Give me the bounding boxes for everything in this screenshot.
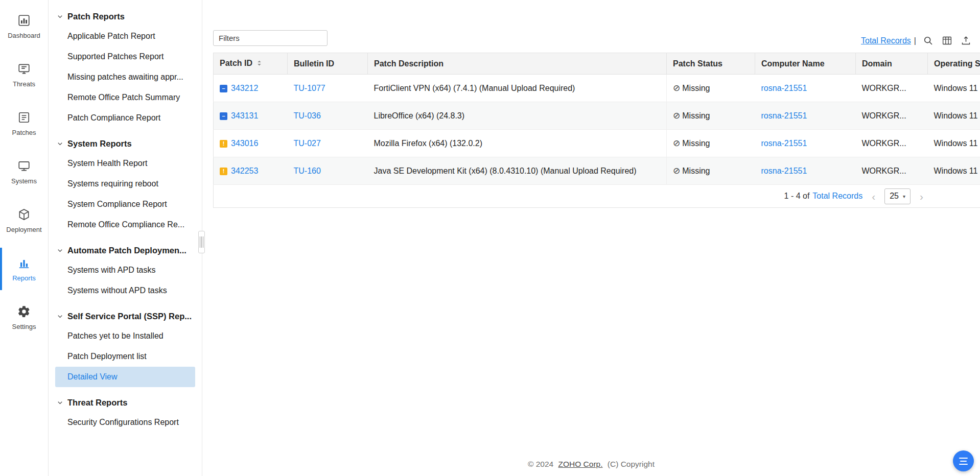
main-content: Total Records | Patch IDBulletin IDPatch… (202, 0, 980, 476)
column-header[interactable]: Patch ID (214, 53, 288, 75)
pagination-total-records-link[interactable]: Total Records (812, 192, 862, 201)
column-header-label: Patch Status (673, 59, 722, 68)
nav-rail-item-patches[interactable]: Patches (0, 99, 48, 148)
sidebar-item[interactable]: Detailed View (55, 367, 195, 387)
nav-rail-item-settings[interactable]: Settings (0, 293, 48, 342)
table-row: !343016TU-027Mozilla Firefox (x64) (132.… (214, 130, 980, 157)
sidebar-item[interactable]: Patch Deployment list (49, 346, 202, 367)
nav-rail-item-label: Patches (12, 129, 36, 136)
reports-sidebar: Patch ReportsApplicable Patch ReportSupp… (49, 0, 202, 476)
sidebar-item[interactable]: Systems with APD tasks (49, 260, 202, 280)
nav-rail-item-label: Threats (13, 80, 35, 88)
chevron-down-icon (56, 140, 64, 148)
patch-id-link[interactable]: 342253 (231, 166, 258, 175)
computer-name-link[interactable]: rosna-21551 (761, 139, 807, 148)
column-header[interactable]: Patch Status (667, 53, 755, 75)
patch-description-cell: Mozilla Firefox (x64) (132.0.2) (368, 130, 667, 157)
sidebar-item[interactable]: Supported Patches Report (49, 46, 202, 67)
nav-rail: DashboardThreatsPatchesSystemsDeployment… (0, 0, 49, 476)
sidebar-item[interactable]: Remote Office Compliance Re... (49, 215, 202, 235)
sidebar-item[interactable]: Security Configurations Report (49, 412, 202, 433)
sidebar-item[interactable]: System Health Report (49, 153, 202, 174)
column-header[interactable]: Operating System (928, 53, 980, 75)
sort-icon[interactable] (255, 59, 263, 69)
table-pagination: 1 - 4 of Total Records ‹ 25 ▾ › (213, 185, 980, 208)
sidebar-section-title: Threat Reports (67, 398, 127, 408)
column-header[interactable]: Bulletin ID (288, 53, 368, 75)
pagination-prev-icon[interactable]: ‹ (871, 191, 876, 202)
computer-name-link[interactable]: rosna-21551 (761, 111, 807, 120)
menu-icon (959, 458, 968, 459)
floating-menu-button[interactable] (953, 450, 974, 471)
patch-id-cell: !343016 (214, 130, 288, 157)
filters-input[interactable] (213, 30, 328, 46)
bulletin-id-link[interactable]: TU-036 (294, 111, 321, 120)
zoho-corp-link[interactable]: ZOHO Corp. (558, 460, 603, 468)
sidebar-item[interactable]: System Compliance Report (49, 194, 202, 215)
patch-description-cell: FortiClient VPN (x64) (7.4.1) (Manual Up… (368, 75, 667, 102)
sidebar-item[interactable]: Systems requiring reboot (49, 174, 202, 194)
search-icon[interactable] (923, 35, 934, 46)
sidebar-section-header[interactable]: Threat Reports (49, 393, 202, 412)
column-header[interactable]: Computer Name (755, 53, 856, 75)
table-row: –343131TU-036LibreOffice (x64) (24.8.3)⊘… (214, 102, 980, 130)
table-area: Patch IDBulletin IDPatch DescriptionPatc… (213, 53, 980, 208)
operating-system-cell: Windows 11 Profess... (928, 102, 980, 130)
pagination-next-icon[interactable]: › (919, 191, 924, 202)
missing-status-icon: ⊘ (673, 111, 680, 121)
total-records-link[interactable]: Total Records (861, 36, 911, 45)
toolbar-separator: | (914, 36, 916, 45)
nav-rail-item-threats[interactable]: Threats (0, 51, 48, 99)
bulletin-id-link[interactable]: TU-1077 (294, 84, 325, 92)
bulletin-id-link[interactable]: TU-027 (294, 139, 321, 148)
sidebar-item[interactable]: Patches yet to be Installed (49, 326, 202, 346)
missing-status-icon: ⊘ (673, 138, 680, 148)
sidebar-section: Threat ReportsSecurity Configurations Re… (49, 393, 202, 433)
bulletin-id-cell: TU-027 (288, 130, 368, 157)
column-header[interactable]: Patch Description (368, 53, 667, 75)
sidebar-item[interactable]: Missing patches awaiting appr... (49, 67, 202, 87)
sidebar-section-title: System Reports (67, 139, 132, 149)
computer-name-cell: rosna-21551 (755, 102, 856, 130)
dropdown-caret-icon: ▾ (903, 194, 905, 199)
computer-name-link[interactable]: rosna-21551 (761, 84, 807, 92)
column-header-label: Domain (862, 59, 892, 68)
page-size-dropdown[interactable]: 25 ▾ (884, 188, 911, 204)
patch-id-link[interactable]: 343016 (231, 139, 258, 148)
patch-id-link[interactable]: 343212 (231, 84, 258, 92)
nav-rail-item-deployment[interactable]: Deployment (0, 196, 48, 245)
sidebar-section-header[interactable]: Automate Patch Deploymen... (49, 241, 202, 260)
patches-icon (17, 111, 31, 124)
patch-status-cell: ⊘Missing (667, 157, 755, 185)
operating-system-cell: Windows 11 Profess... (928, 75, 980, 102)
column-header[interactable]: Domain (856, 53, 928, 75)
nav-rail-item-reports[interactable]: Reports (0, 245, 48, 293)
toolbar-icons (923, 35, 971, 46)
sidebar-item[interactable]: Remote Office Patch Summary (49, 87, 202, 108)
domain-cell: WORKGR... (856, 75, 928, 102)
patch-status-cell: ⊘Missing (667, 102, 755, 130)
sidebar-section-title: Patch Reports (67, 12, 125, 21)
sidebar-section-header[interactable]: System Reports (49, 134, 202, 153)
patch-id-cell: –343212 (214, 75, 288, 102)
sidebar-resize-handle[interactable] (198, 231, 205, 253)
nav-rail-item-systems[interactable]: Systems (0, 148, 48, 196)
nav-rail-item-dashboard[interactable]: Dashboard (0, 2, 48, 51)
sidebar-section-header[interactable]: Self Service Portal (SSP) Rep... (49, 307, 202, 326)
sidebar-section: Automate Patch Deploymen...Systems with … (49, 241, 202, 301)
sidebar-section: Self Service Portal (SSP) Rep...Patches … (49, 307, 202, 387)
sidebar-section: System ReportsSystem Health ReportSystem… (49, 134, 202, 235)
bulletin-id-link[interactable]: TU-160 (294, 166, 321, 175)
patch-status-label: Missing (682, 139, 710, 148)
sidebar-item[interactable]: Systems without APD tasks (49, 280, 202, 301)
column-chooser-icon[interactable] (942, 35, 952, 46)
computer-name-link[interactable]: rosna-21551 (761, 166, 807, 175)
domain-cell: WORKGR... (856, 157, 928, 185)
patch-id-link[interactable]: 343131 (231, 111, 258, 120)
settings-icon (17, 305, 31, 318)
sidebar-item[interactable]: Patch Compliance Report (49, 108, 202, 128)
export-icon[interactable] (961, 35, 971, 46)
sidebar-section-header[interactable]: Patch Reports (49, 7, 202, 26)
sidebar-item[interactable]: Applicable Patch Report (49, 26, 202, 46)
pagination-range: 1 - 4 of (784, 192, 810, 201)
